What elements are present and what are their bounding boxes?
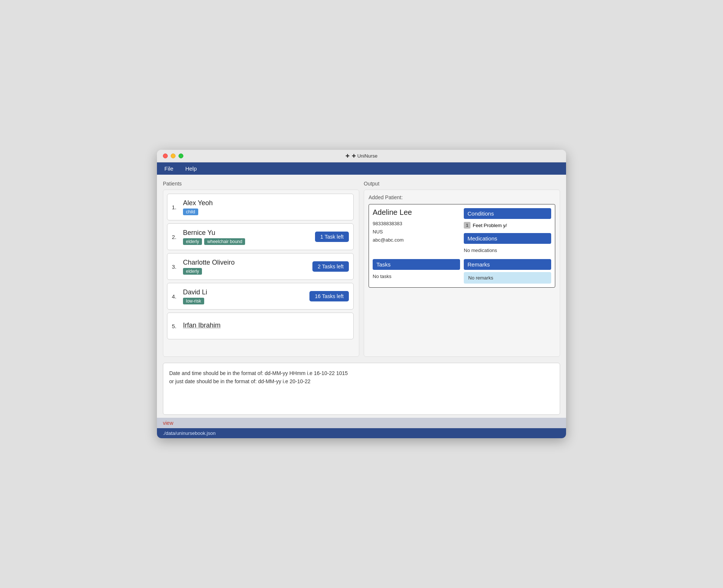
patient-card[interactable]: 4. David Li low-risk 16 Tasks left (167, 283, 354, 310)
menu-file[interactable]: File (163, 165, 175, 172)
patient-detail-top: Adeline Lee 98338838383 NUS abc@abc.com … (373, 208, 551, 255)
patient-info: David Li low-risk (183, 288, 309, 304)
medications-header: Medications (464, 233, 551, 244)
patient-name: David Li (183, 288, 309, 296)
status-bar: ./data/uninursebook.json (157, 428, 566, 438)
patient-tags: child (183, 209, 349, 215)
patient-name: Bernice Yu (183, 229, 315, 237)
tag-lowrisk: low-risk (183, 298, 204, 304)
patients-list[interactable]: 1. Alex Yeoh child 2. Bernice Yu (167, 194, 355, 353)
condition-text: Feet Problem y/ (473, 223, 507, 228)
window-title: ✚ ✚ UniNurse (346, 153, 377, 159)
app-icon: ✚ (346, 153, 350, 159)
patient-card[interactable]: 3. Charlotte Oliveiro elderly 2 Tasks le… (167, 253, 354, 280)
patient-number: 5. (172, 323, 183, 329)
added-patient-title: Added Patient: (369, 194, 555, 200)
close-button[interactable] (163, 154, 168, 158)
patient-name: Alex Yeoh (183, 199, 349, 207)
condition-number: 1 (464, 222, 470, 229)
no-tasks: No tasks (373, 272, 460, 281)
console-line2: or just date should be in the format of:… (169, 377, 554, 385)
detail-org: NUS (373, 228, 460, 236)
medications-section: Medications No medications (464, 233, 551, 255)
patient-number: 1. (172, 204, 183, 210)
patient-info: Bernice Yu elderly wheelchair bound (183, 229, 315, 245)
patient-number: 4. (172, 293, 183, 300)
remarks-header: Remarks (464, 259, 551, 270)
minimize-button[interactable] (171, 154, 176, 158)
remarks-section: Remarks No remarks (464, 259, 551, 284)
patient-number: 2. (172, 234, 183, 240)
patient-name: Charlotte Oliveiro (183, 259, 312, 266)
console-line1: Date and time should be in the format of… (169, 369, 554, 377)
conditions-header: Conditions (464, 208, 551, 219)
menu-help[interactable]: Help (184, 165, 198, 172)
detail-phone: 98338838383 (373, 220, 460, 228)
no-medications: No medications (464, 246, 551, 255)
console-area: Date and time should be in the format of… (163, 363, 560, 415)
patient-name-area: Adeline Lee 98338838383 NUS abc@abc.com (373, 208, 460, 255)
tag-elderly: elderly (183, 238, 202, 245)
maximize-button[interactable] (179, 154, 183, 158)
patient-info: Alex Yeoh child (183, 199, 349, 215)
tasks-badge: 2 Tasks left (312, 261, 349, 272)
patient-card[interactable]: 5. Irfan Ibrahim (167, 313, 354, 339)
tasks-badge: 1 Task left (315, 232, 349, 242)
no-remarks: No remarks (464, 272, 551, 284)
bottom-bar: view (157, 418, 566, 428)
patient-detail-bottom: Tasks No tasks Remarks No remarks (373, 259, 551, 284)
tag-child: child (183, 209, 198, 215)
output-panel: Output Added Patient: Adeline Lee 983388… (364, 181, 560, 357)
patient-detail-box: Adeline Lee 98338838383 NUS abc@abc.com … (369, 204, 555, 288)
patient-tags: elderly wheelchair bound (183, 238, 315, 245)
output-panel-title: Output (364, 181, 560, 187)
output-container: Added Patient: Adeline Lee 98338838383 N… (364, 190, 560, 357)
tag-wheelchair: wheelchair bound (204, 238, 245, 245)
patient-info: Irfan Ibrahim (183, 322, 349, 331)
patients-panel-title: Patients (163, 181, 359, 187)
main-content: Patients 1. Alex Yeoh child (157, 175, 566, 363)
file-path: ./data/uninursebook.json (163, 430, 216, 436)
tasks-badge: 16 Tasks left (309, 291, 349, 301)
view-label[interactable]: view (163, 420, 173, 426)
patients-container: 1. Alex Yeoh child 2. Bernice Yu (163, 190, 359, 357)
menubar: File Help (157, 162, 566, 175)
patient-card[interactable]: 2. Bernice Yu elderly wheelchair bound 1… (167, 223, 354, 250)
patients-panel: Patients 1. Alex Yeoh child (163, 181, 359, 357)
conditions-area: Conditions 1 Feet Problem y/ Medications… (464, 208, 551, 255)
detail-patient-name: Adeline Lee (373, 208, 460, 217)
tasks-header: Tasks (373, 259, 460, 270)
patient-tags: elderly (183, 268, 312, 275)
titlebar: ✚ ✚ UniNurse (157, 150, 566, 162)
tag-elderly: elderly (183, 268, 202, 275)
patient-info: Charlotte Oliveiro elderly (183, 259, 312, 275)
tasks-section: Tasks No tasks (373, 259, 460, 284)
condition-item: 1 Feet Problem y/ (464, 221, 551, 229)
patient-name: Irfan Ibrahim (183, 322, 349, 329)
app-window: ✚ ✚ UniNurse File Help Patients 1. Alex … (157, 150, 566, 438)
detail-contact: 98338838383 NUS abc@abc.com (373, 220, 460, 244)
patient-number: 3. (172, 264, 183, 270)
patient-tags: low-risk (183, 298, 309, 304)
patient-card[interactable]: 1. Alex Yeoh child (167, 194, 354, 220)
detail-email: abc@abc.com (373, 236, 460, 244)
